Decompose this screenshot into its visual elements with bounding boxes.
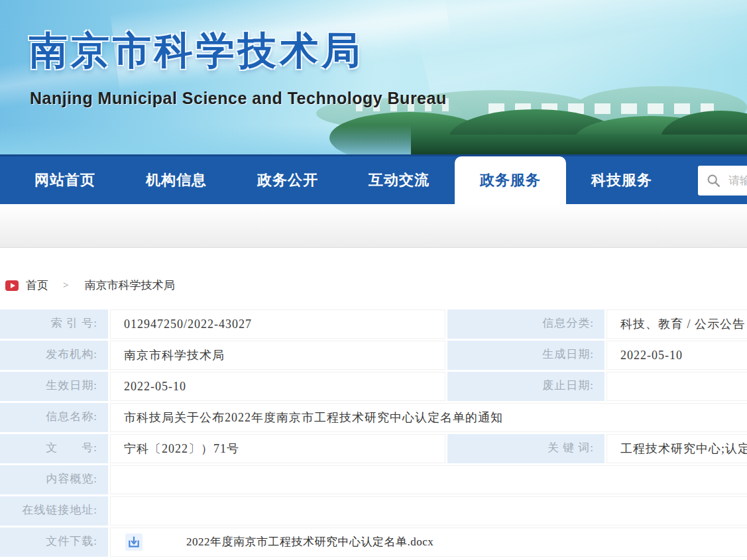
- info-name-value: 市科技局关于公布2022年度南京市工程技术研究中心认定名单的通知: [110, 403, 747, 432]
- publisher-label: 发布机构:: [0, 341, 108, 370]
- doc-number-value: 宁科〔2022〕）71号: [110, 434, 445, 463]
- search-icon: [707, 174, 720, 188]
- nav-item-gov-disclosure[interactable]: 政务公开: [232, 156, 343, 204]
- nav-item-tech-services[interactable]: 科技服务: [566, 156, 677, 204]
- nav-item-org-info[interactable]: 机构信息: [121, 156, 232, 204]
- info-category-value: 科技、教育 / 公示公告: [606, 309, 747, 339]
- table-row: 在线链接地址:: [0, 496, 747, 526]
- info-category-label: 信息分类:: [447, 309, 604, 339]
- nav-item-home[interactable]: 网站首页: [9, 156, 121, 204]
- search-box[interactable]: [698, 166, 747, 196]
- file-download-label: 文件下载:: [0, 528, 108, 557]
- summary-label: 内容概览:: [0, 465, 108, 494]
- breadcrumb-home[interactable]: 首页: [26, 278, 48, 293]
- nav-item-interaction[interactable]: 互动交流: [343, 156, 455, 204]
- created-date-value: 2022-05-10: [606, 341, 747, 370]
- table-row: 发布机构: 南京市科学技术局 生成日期: 2022-05-10: [0, 341, 747, 370]
- table-row: 内容概览:: [0, 465, 747, 494]
- page: 南京市科学技术局 Nanjing Municipal Science and T…: [0, 0, 747, 560]
- doc-number-label: 文 号:: [0, 434, 108, 463]
- repeal-date-label: 废止日期:: [447, 372, 604, 401]
- subnav-strip: [0, 204, 747, 248]
- site-title: 南京市科学技术局: [29, 25, 363, 77]
- summary-value: [110, 465, 747, 494]
- breadcrumb: 首页 > 南京市科学技术局: [5, 278, 174, 293]
- download-file-link[interactable]: 2022年度南京市工程技术研究中心认定名单.docx: [186, 528, 433, 556]
- index-number-value: 012947250/2022-43027: [110, 309, 445, 339]
- table-row: 文件下载: 2022年度南京市工程技术研究中心认定名单.docx: [0, 528, 747, 557]
- info-name-label: 信息名称:: [0, 403, 108, 432]
- download-icon[interactable]: [125, 533, 143, 551]
- search-input[interactable]: [727, 174, 747, 188]
- publisher-value: 南京市科学技术局: [110, 341, 445, 370]
- table-row: 文 号: 宁科〔2022〕）71号 关 键 词: 工程技术研究中心;认定: [0, 434, 747, 463]
- site-banner: 南京市科学技术局 Nanjing Municipal Science and T…: [0, 0, 747, 156]
- table-row: 索 引 号: 012947250/2022-43027 信息分类: 科技、教育 …: [0, 309, 747, 339]
- online-link-label: 在线链接地址:: [0, 496, 108, 526]
- created-date-label: 生成日期:: [447, 341, 604, 370]
- main-nav: 网站首页 机构信息 政务公开 互动交流 政务服务 科技服务: [0, 156, 747, 204]
- keyword-label: 关 键 词:: [447, 434, 604, 463]
- effective-date-value: 2022-05-10: [110, 372, 445, 401]
- banner-water: [0, 125, 411, 154]
- home-play-icon: [5, 280, 19, 291]
- repeal-date-value: [606, 372, 747, 401]
- info-table: 索 引 号: 012947250/2022-43027 信息分类: 科技、教育 …: [0, 309, 747, 557]
- breadcrumb-separator: >: [63, 280, 68, 291]
- keyword-value: 工程技术研究中心;认定: [606, 434, 747, 463]
- nav-item-gov-services[interactable]: 政务服务: [455, 156, 566, 204]
- file-download-cell: 2022年度南京市工程技术研究中心认定名单.docx: [110, 528, 747, 557]
- online-link-value: [110, 496, 747, 526]
- table-row: 生效日期: 2022-05-10 废止日期:: [0, 372, 747, 401]
- table-row: 信息名称: 市科技局关于公布2022年度南京市工程技术研究中心认定名单的通知: [0, 403, 747, 432]
- site-subtitle: Nanjing Municipal Science and Technology…: [30, 89, 447, 108]
- effective-date-label: 生效日期:: [0, 372, 108, 401]
- index-number-label: 索 引 号:: [0, 309, 108, 339]
- breadcrumb-current: 南京市科学技术局: [84, 278, 174, 293]
